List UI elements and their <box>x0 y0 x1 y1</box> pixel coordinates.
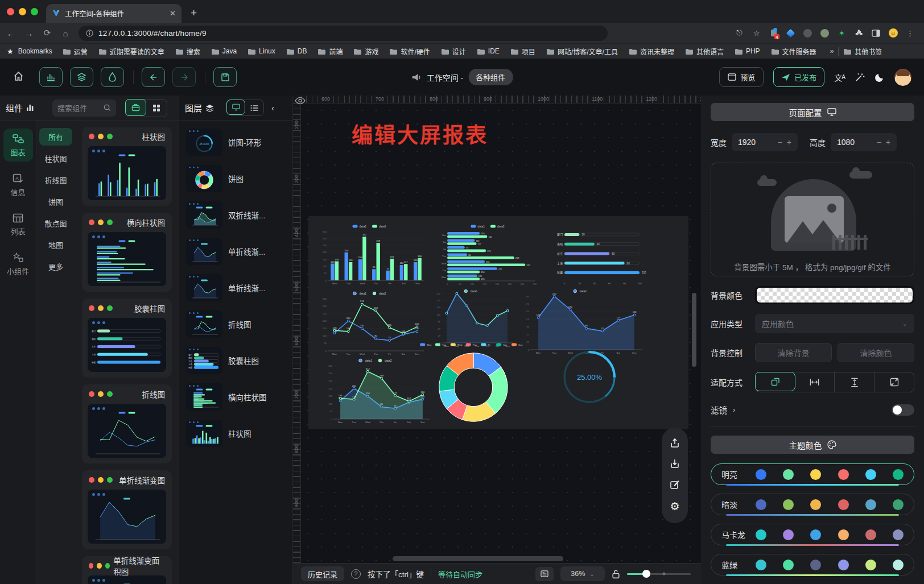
sidebar-tab-图表[interactable]: 图表 <box>3 129 33 161</box>
close-window-button[interactable] <box>7 8 14 15</box>
preview-button[interactable]: 预览 <box>719 67 764 87</box>
component-card[interactable]: 单折线渐变图 <box>82 470 172 549</box>
thumbnail-view-button[interactable] <box>226 100 245 115</box>
list-view-button[interactable] <box>245 100 263 115</box>
decrease-icon[interactable]: − <box>877 138 881 147</box>
decrease-icon[interactable]: − <box>778 138 782 147</box>
theme-color-dot[interactable] <box>783 469 794 480</box>
save-button[interactable] <box>213 67 237 87</box>
bookmark-item[interactable]: 资讯未整理 <box>629 47 674 56</box>
side-panel-icon[interactable] <box>871 28 881 38</box>
theme-color-dot[interactable] <box>783 529 794 540</box>
extension-green-icon[interactable] <box>820 28 830 38</box>
chart-pie[interactable]: MonTueWedThuFriSatSun <box>399 340 547 425</box>
layer-item[interactable]: 25.00%饼图-环形 <box>186 129 286 156</box>
theme-row-明亮[interactable]: 明亮 <box>711 463 914 485</box>
bookmark-item[interactable]: 搜索 <box>175 47 200 56</box>
theme-color-dot[interactable] <box>893 469 904 480</box>
toggle-layers-panel-button[interactable] <box>70 67 93 87</box>
lock-icon[interactable] <box>612 569 620 579</box>
reload-icon[interactable]: ⟳ <box>42 28 52 38</box>
category-饼图[interactable]: 饼图 <box>39 193 72 210</box>
theme-color-dot[interactable] <box>865 529 876 540</box>
sidebar-tab-信息[interactable]: A信息 <box>3 168 33 201</box>
extensions-puzzle-icon[interactable] <box>854 28 864 38</box>
component-card-preview[interactable] <box>88 490 166 544</box>
layer-item[interactable]: 单折线渐... <box>186 238 286 265</box>
theme-color-dot[interactable] <box>893 529 904 540</box>
component-card-preview[interactable]: 厦门南阳北京上海新疆 <box>88 318 166 372</box>
theme-color-dot[interactable] <box>756 499 766 510</box>
width-stepper[interactable]: 1920−+ <box>732 133 798 151</box>
category-更多[interactable]: 更多 <box>39 258 72 275</box>
home-icon[interactable]: ⌂ <box>60 28 71 38</box>
canvas-vertical-scrollbar[interactable] <box>692 293 696 367</box>
extension-gem-icon[interactable] <box>786 28 795 38</box>
theme-color-dot[interactable] <box>756 560 766 570</box>
publish-button[interactable]: 已发布 <box>773 67 824 87</box>
settings-gear-icon[interactable]: ⚙ <box>670 500 679 513</box>
page-config-header[interactable]: 页面配置 <box>711 103 914 121</box>
theme-color-dot[interactable] <box>810 529 821 540</box>
window-controls[interactable] <box>0 0 46 23</box>
bookmark-item[interactable]: 设计 <box>441 47 466 56</box>
browser-tab[interactable]: 工作空间-各种组件 ✕ <box>46 4 182 23</box>
toggle-components-panel-button[interactable] <box>39 67 63 87</box>
theme-row-蓝绿[interactable]: 蓝绿 <box>711 554 914 575</box>
theme-color-dot[interactable] <box>810 560 821 570</box>
layer-item[interactable]: 单折线渐... <box>186 274 286 301</box>
layer-item[interactable]: 柱状图 <box>186 420 286 447</box>
background-upload-area[interactable]: 背景图需小于 5M ， 格式为 png/jpg/gif 的文件 <box>711 163 914 276</box>
zoom-select[interactable]: 36%⌄ <box>560 566 605 581</box>
bookmark-item[interactable]: 前端 <box>317 47 343 56</box>
theme-color-dot[interactable] <box>810 499 821 510</box>
component-card[interactable]: 柱状图 <box>82 127 172 206</box>
minimize-window-button[interactable] <box>19 8 26 15</box>
increase-icon[interactable]: + <box>787 138 791 147</box>
bookmark-item[interactable]: IDE <box>477 47 500 55</box>
new-tab-button[interactable]: + <box>191 7 197 19</box>
category-柱状图[interactable]: 柱状图 <box>39 150 72 167</box>
height-stepper[interactable]: 1080−+ <box>831 133 897 151</box>
increase-icon[interactable]: + <box>886 138 890 147</box>
bookmark-item[interactable]: 软件/硬件 <box>389 47 430 56</box>
bookmark-item[interactable]: 项目 <box>510 47 535 56</box>
bg-color-swatch[interactable] <box>755 286 914 304</box>
dashboard-preview[interactable]: data1data2050100150200250300350MonTueWed… <box>308 216 688 429</box>
bookmarks-overflow[interactable]: » <box>830 47 834 55</box>
sidebar-tab-列表[interactable]: 列表 <box>3 208 33 241</box>
chart-ring-progress[interactable]: 25.00% <box>552 342 627 412</box>
language-icon[interactable]: 文A <box>834 72 845 83</box>
bookmark-item[interactable]: 近期需要读的文章 <box>98 47 164 56</box>
theme-color-dot[interactable] <box>810 469 821 480</box>
clear-color-button[interactable]: 清除颜色 <box>838 343 914 362</box>
profile-avatar-icon[interactable]: ☺ <box>888 28 898 38</box>
theme-color-dot[interactable] <box>783 499 794 510</box>
layer-item[interactable]: 折线图 <box>186 310 286 338</box>
import-button[interactable] <box>670 458 680 469</box>
export-button[interactable] <box>670 438 680 448</box>
chevron-right-icon[interactable]: › <box>733 405 735 414</box>
toggle-config-panel-button[interactable] <box>101 67 124 87</box>
bookmark-item[interactable]: 游戏 <box>353 47 378 56</box>
chart-horizontal-bar[interactable]: data1data2SunSatFriThuWedTueMon050100150… <box>437 223 544 287</box>
category-散点图[interactable]: 散点图 <box>39 214 72 232</box>
theme-color-header[interactable]: 主题颜色 <box>711 436 914 454</box>
theme-row-暗淡[interactable]: 暗淡 <box>711 494 914 515</box>
category-地图[interactable]: 地图 <box>39 236 72 254</box>
layer-item[interactable]: 横向柱状图 <box>186 383 286 411</box>
bookmark-item[interactable]: Java <box>211 47 237 55</box>
layer-item[interactable]: 厦门南阳北京上海新疆胶囊柱图 <box>186 347 286 374</box>
bookmark-item[interactable]: 其他语言 <box>685 47 724 56</box>
canvas-horizontal-scrollbar[interactable] <box>393 556 563 561</box>
theme-color-dot[interactable] <box>838 469 849 480</box>
component-card[interactable]: 胶囊柱图厦门南阳北京上海新疆 <box>82 299 172 378</box>
theme-color-dot[interactable] <box>865 499 876 510</box>
eye-icon[interactable] <box>295 97 306 107</box>
component-card[interactable]: 折线图 <box>82 384 172 463</box>
layer-item[interactable]: 双折线渐... <box>186 201 286 229</box>
component-card-preview[interactable] <box>88 575 166 584</box>
dark-mode-moon-icon[interactable] <box>874 72 885 82</box>
canvas-area[interactable]: 6007008009001000110012001300 20030040050… <box>293 96 701 584</box>
maximize-window-button[interactable] <box>31 8 38 15</box>
